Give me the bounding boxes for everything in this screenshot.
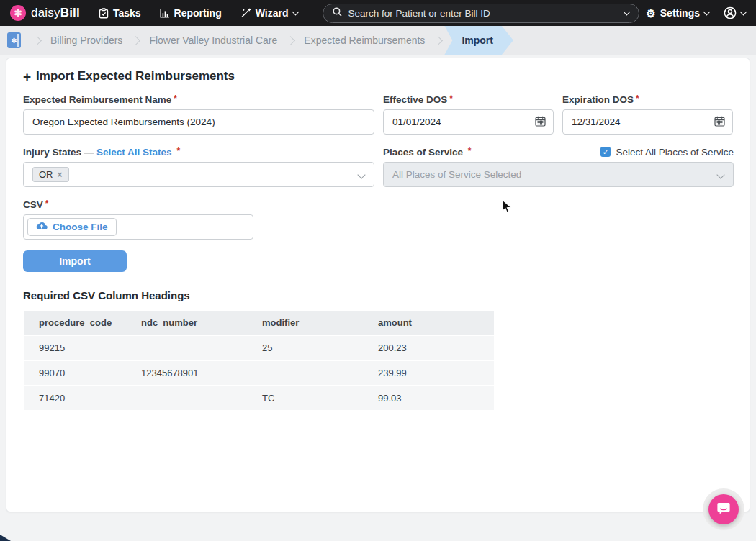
breadcrumb-separator-icon xyxy=(132,36,141,45)
breadcrumb: ✽ Billing Providers Flower Valley Indust… xyxy=(0,26,756,55)
clipboard-check-icon xyxy=(99,8,109,19)
name-field-group: Expected Reimbursement Name* xyxy=(23,94,374,135)
injury-states-multiselect[interactable]: OR × xyxy=(23,162,374,187)
cell: 99070 xyxy=(24,360,127,386)
page-title: + Import Expected Reimbursements xyxy=(23,69,733,83)
cell: 99215 xyxy=(24,335,127,360)
nav-tasks[interactable]: Tasks xyxy=(99,7,141,19)
nav-wizard[interactable]: Wizard xyxy=(240,7,298,19)
search-input[interactable] xyxy=(348,8,618,19)
nav-reporting[interactable]: Reporting xyxy=(160,7,222,19)
cloud-upload-icon xyxy=(36,222,48,232)
import-button[interactable]: Import xyxy=(23,250,127,272)
expiration-dos-input[interactable] xyxy=(562,109,733,135)
nav-settings-label: Settings xyxy=(660,7,700,19)
effective-dos-label: Effective DOS* xyxy=(383,94,554,105)
breadcrumb-separator-icon xyxy=(32,36,42,45)
calendar-icon[interactable] xyxy=(714,116,725,129)
magic-wand-icon xyxy=(240,8,251,18)
chevron-down-icon xyxy=(357,171,365,178)
table-row: 71420 TC 99.03 xyxy=(24,386,494,410)
injury-states-group: Injury States — Select All States * OR × xyxy=(23,146,374,187)
effective-dos-input[interactable] xyxy=(383,109,554,135)
csv-field-group: CSV* Choose File xyxy=(23,199,733,240)
breadcrumb-separator-icon xyxy=(286,36,295,45)
table-header-row: procedure_code ndc_number modifier amoun… xyxy=(24,311,494,335)
reimbursement-name-input[interactable] xyxy=(23,109,374,135)
required-asterisk: * xyxy=(636,94,639,104)
chevron-down-icon xyxy=(292,9,299,16)
required-asterisk: * xyxy=(176,146,180,156)
col-modifier: modifier xyxy=(248,311,364,335)
billing-provider-book-icon[interactable]: ✽ xyxy=(7,32,21,48)
cell xyxy=(127,386,248,410)
csv-table-title: Required CSV Column Headings xyxy=(23,289,733,301)
col-amount: amount xyxy=(364,311,494,335)
nav-wizard-label: Wizard xyxy=(256,7,289,19)
nav-settings[interactable]: ⚙ Settings xyxy=(646,7,709,19)
table-row: 99215 25 200.23 xyxy=(24,335,494,360)
corner-artifact xyxy=(0,535,11,541)
choose-file-button[interactable]: Choose File xyxy=(27,218,117,236)
chat-launcher-button[interactable] xyxy=(708,494,739,524)
name-field-label: Expected Reimbursement Name* xyxy=(23,94,374,105)
cell: TC xyxy=(248,386,364,410)
required-asterisk: * xyxy=(174,94,177,104)
top-nav: ✽ daisyBill Tasks Reporting xyxy=(0,0,756,26)
select-all-places-checkbox-row[interactable]: ✓ Select All Places of Service xyxy=(600,147,734,158)
required-asterisk: * xyxy=(449,94,453,104)
daisybill-logo[interactable]: ✽ daisyBill xyxy=(10,5,80,21)
cell: 99.03 xyxy=(364,386,494,410)
col-ndc-number: ndc_number xyxy=(127,311,248,335)
bar-chart-icon xyxy=(160,8,170,18)
breadcrumb-separator-icon xyxy=(434,36,444,45)
cell: 71420 xyxy=(24,386,127,410)
csv-file-dropzone[interactable]: Choose File xyxy=(23,214,253,240)
csv-label: CSV* xyxy=(23,199,733,210)
global-search[interactable] xyxy=(323,4,639,23)
cell: 12345678901 xyxy=(127,360,248,386)
effective-dos-group: Effective DOS* xyxy=(383,94,554,135)
cell: 25 xyxy=(248,335,364,360)
places-of-service-select: All Places of Service Selected xyxy=(383,162,734,187)
import-form-card: + Import Expected Reimbursements Expecte… xyxy=(6,58,750,512)
breadcrumb-billing-providers[interactable]: Billing Providers xyxy=(50,35,122,46)
calendar-icon[interactable] xyxy=(535,116,546,129)
breadcrumb-expected-reimbursements[interactable]: Expected Reimbursements xyxy=(304,35,425,46)
select-all-places-label: Select All Places of Service xyxy=(616,147,734,158)
breadcrumb-import-active[interactable]: Import xyxy=(444,26,513,55)
chat-bubble-icon xyxy=(716,501,731,518)
required-asterisk: * xyxy=(468,146,472,156)
cell xyxy=(127,335,248,360)
search-icon xyxy=(333,6,342,19)
expiration-dos-label: Expiration DOS* xyxy=(562,94,733,105)
places-of-service-group: Places of Service * ✓ Select All Places … xyxy=(383,146,734,187)
state-tag-or: OR × xyxy=(32,167,69,182)
remove-tag-icon[interactable]: × xyxy=(58,170,63,180)
table-row: 99070 12345678901 239.99 xyxy=(24,360,494,386)
select-all-states-link[interactable]: Select All States xyxy=(96,147,172,158)
cell: 239.99 xyxy=(364,360,494,386)
search-chevron-down-icon[interactable] xyxy=(623,9,630,16)
dash-separator: — xyxy=(84,147,94,158)
user-avatar-icon xyxy=(724,6,737,19)
cell: 200.23 xyxy=(364,335,494,360)
cell xyxy=(248,360,364,386)
nav-tasks-label: Tasks xyxy=(113,7,141,19)
nav-account-menu[interactable] xyxy=(724,6,746,19)
places-of-service-label: Places of Service * xyxy=(383,146,472,158)
plus-icon: + xyxy=(23,70,31,83)
csv-headings-table: procedure_code ndc_number modifier amoun… xyxy=(24,311,494,410)
brand-name: daisyBill xyxy=(31,6,80,20)
breadcrumb-flower-valley[interactable]: Flower Valley Industrial Care xyxy=(149,35,277,46)
col-procedure-code: procedure_code xyxy=(24,311,127,335)
daisy-flower-icon: ✽ xyxy=(10,5,26,21)
expiration-dos-group: Expiration DOS* xyxy=(562,94,733,135)
checkbox-checked-icon[interactable]: ✓ xyxy=(600,147,611,157)
injury-states-label: Injury States — Select All States * xyxy=(23,146,374,158)
required-asterisk: * xyxy=(45,199,49,209)
settings-chevron-down-icon xyxy=(703,9,711,16)
gear-icon: ⚙ xyxy=(646,8,655,19)
account-chevron-down-icon xyxy=(740,9,747,16)
nav-reporting-label: Reporting xyxy=(174,7,222,19)
